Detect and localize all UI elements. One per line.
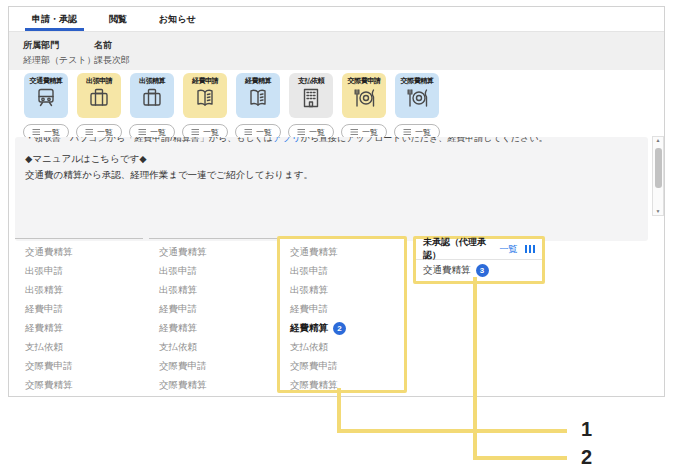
list-button-label: 一覧 (97, 127, 113, 138)
list-item[interactable]: 交際費申請 (149, 357, 277, 376)
callout-line-2-vertical (473, 277, 477, 460)
unapproved-item-label: 交通費精算 (423, 264, 471, 277)
application-list-column-1: 交通費精算 出張申請 出張精算 経費申請 経費精算 支払依頼 交際費申請 交際費… (15, 238, 143, 395)
train-icon (34, 86, 58, 110)
list-item[interactable]: 出張精算 (149, 281, 277, 300)
tab-view[interactable]: 閲覧 (100, 7, 136, 31)
card-expense-request[interactable]: 経費申請 (183, 73, 227, 118)
list-item[interactable]: 交際費精算 (15, 376, 143, 395)
list-item[interactable]: 経費申請 (15, 300, 143, 319)
list-item[interactable]: 支払依頼 (15, 338, 143, 357)
notice-manual-line: ◆マニュアルはこちらです◆ (25, 153, 638, 166)
list-button-label: 一覧 (256, 127, 272, 138)
callout-label-2: 2 (581, 446, 592, 469)
notice-description-line: 交通費の精算から承認、経理作業まで一連でご紹介しております。 (25, 169, 638, 182)
list-item[interactable]: 交際費精算 (280, 376, 404, 395)
list-item[interactable]: 交際費申請 (280, 357, 404, 376)
building-icon (299, 86, 323, 110)
clipped-text-before: ・領収書 パソコンから「経費申請/精算書」から、もしくは (25, 137, 273, 143)
callout-label-1: 1 (581, 418, 592, 441)
scrollbar-thumb[interactable] (655, 148, 662, 188)
pending-count-badge: 2 (333, 322, 346, 335)
screenshot-stage: 申請・承認 閲覧 お知らせ 所属部門 名前 経理部（テスト） 課長次郎 交通費精… (0, 0, 673, 475)
list-button-label: 一覧 (203, 127, 219, 138)
list-item[interactable]: 経費精算 (15, 319, 143, 338)
tab-bar: 申請・承認 閲覧 お知らせ (9, 7, 664, 32)
app-window: 申請・承認 閲覧 お知らせ 所属部門 名前 経理部（テスト） 課長次郎 交通費精… (8, 6, 665, 397)
bar-view-icon[interactable] (525, 245, 536, 253)
open-book-icon (246, 86, 270, 110)
application-list-column-3-highlighted: 交通費精算 出張申請 出張精算 経費申請 経費精算 2 支払依頼 交際費申請 交… (277, 236, 407, 393)
list-item[interactable]: 交通費精算 (149, 243, 277, 262)
list-icon (350, 128, 359, 136)
list-item[interactable]: 交際費申請 (15, 357, 143, 376)
list-item[interactable]: 出張精算 (15, 281, 143, 300)
callout-line-1-vertical (337, 388, 341, 433)
application-list-column-2: 交通費精算 出張申請 出張精算 経費申請 経費精算 支払依頼 交際費申請 交際費… (149, 238, 277, 395)
scroll-down-arrow[interactable]: ▼ (653, 208, 663, 215)
card-entertainment-request[interactable]: 交際費申請 (342, 73, 386, 118)
scroll-up-arrow[interactable]: ▲ (653, 137, 663, 144)
card-label: 出張精算 (139, 76, 165, 85)
card-expense-settlement[interactable]: 経費精算 (236, 73, 280, 118)
tab-news[interactable]: お知らせ (150, 7, 205, 31)
card-payment-request[interactable]: 支払依頼 (289, 73, 333, 118)
list-item[interactable]: 支払依頼 (149, 338, 277, 357)
card-label: 支払依頼 (298, 76, 324, 85)
list-button-label: 一覧 (309, 127, 325, 138)
list-item[interactable]: 経費申請 (149, 300, 277, 319)
list-item[interactable]: 出張申請 (280, 262, 404, 281)
list-item[interactable]: 支払依頼 (280, 338, 404, 357)
name-label: 名前 (94, 39, 112, 52)
list-icon (138, 128, 147, 136)
list-item[interactable]: 出張申請 (15, 262, 143, 281)
unapproved-list-link[interactable]: 一覧 (500, 243, 518, 256)
list-item[interactable]: 交通費精算 (280, 243, 404, 262)
list-item[interactable]: 交通費精算 (15, 243, 143, 262)
dept-label: 所属部門 (23, 39, 59, 52)
list-item-expense-settlement-pending[interactable]: 経費精算 2 (280, 319, 404, 338)
list-item[interactable]: 出張精算 (280, 281, 404, 300)
open-book-icon (193, 86, 217, 110)
briefcase-icon (140, 86, 164, 110)
tab-apply-approve[interactable]: 申請・承認 (23, 7, 86, 31)
list-icon (403, 128, 412, 136)
unapproved-item-transport-expense[interactable]: 交通費精算 3 (416, 260, 542, 280)
dept-value: 経理部（テスト） (23, 54, 96, 67)
list-icon (191, 128, 200, 136)
quick-action-row: 交通費精算 一覧 出張申請 (23, 73, 440, 140)
dining-icon (405, 86, 429, 110)
list-button-label: 一覧 (362, 127, 378, 138)
briefcase-icon (87, 86, 111, 110)
callout-line-1-horizontal (337, 429, 567, 433)
list-button-label: 一覧 (150, 127, 166, 138)
card-label: 交通費精算 (30, 76, 63, 85)
list-item[interactable]: 交際費精算 (149, 376, 277, 395)
card-label: 交際費精算 (401, 76, 434, 85)
card-transport-expense[interactable]: 交通費精算 (24, 73, 68, 118)
unapproved-count-badge: 3 (476, 264, 489, 277)
list-item[interactable]: 経費精算 (149, 319, 277, 338)
clipped-notice-line: ・領収書 パソコンから「経費申請/精算書」から、もしくはアプリから直接にアップロ… (25, 137, 638, 143)
list-item[interactable]: 経費申請 (280, 300, 404, 319)
clipped-text-after: から直接にアップロードいただき、経費申請してください。 (301, 137, 548, 143)
card-label: 経費精算 (245, 76, 271, 85)
list-button-label: 一覧 (415, 127, 431, 138)
list-icon (32, 128, 41, 136)
card-trip-expense[interactable]: 出張精算 (130, 73, 174, 118)
list-icon (297, 128, 306, 136)
dining-icon (352, 86, 376, 110)
list-button-label: 一覧 (44, 127, 60, 138)
notice-scrollbar: ▲ ▼ (652, 136, 664, 216)
list-icon (244, 128, 253, 136)
card-entertainment-settlement[interactable]: 交際費精算 (395, 73, 439, 118)
list-icon (85, 128, 94, 136)
card-trip-request[interactable]: 出張申請 (77, 73, 121, 118)
unapproved-title: 未承認（代理承認） (423, 236, 500, 262)
list-item[interactable]: 出張申請 (149, 262, 277, 281)
notice-panel: ・領収書 パソコンから「経費申請/精算書」から、もしくはアプリから直接にアップロ… (15, 137, 648, 241)
profile-strip: 所属部門 名前 経理部（テスト） 課長次郎 (9, 32, 664, 70)
list-item-label: 経費精算 (290, 322, 328, 335)
notice-link[interactable]: アプリ (273, 137, 301, 143)
name-value: 課長次郎 (94, 54, 130, 67)
